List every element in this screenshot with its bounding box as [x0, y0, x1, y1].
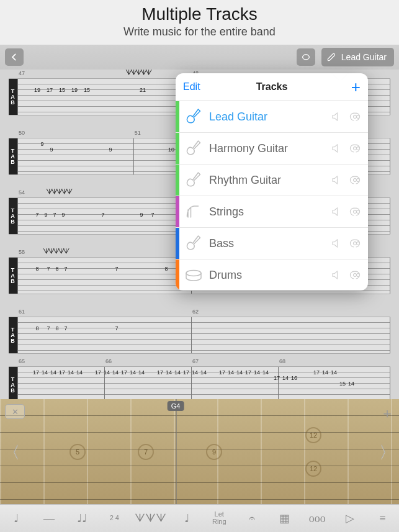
fret-number[interactable]: 10 — [168, 147, 175, 153]
tool-rest[interactable]: — — [37, 512, 61, 525]
fret-number[interactable]: 14 — [227, 370, 235, 376]
fretboard[interactable]: ✕ ＋ 〈 〉 5791212 G4 — [0, 399, 399, 505]
fret-number[interactable]: 9 — [49, 147, 53, 153]
solo-button[interactable] — [348, 268, 362, 282]
fret-number[interactable]: 14 — [174, 370, 181, 376]
fret-number[interactable]: 9 — [40, 142, 44, 147]
fret-number[interactable]: 7 — [35, 212, 39, 218]
tool-more[interactable]: ooo — [305, 512, 330, 525]
fret-number[interactable]: 15 — [339, 381, 346, 387]
mute-button[interactable] — [330, 205, 343, 219]
tool-play[interactable]: ▷ — [338, 512, 362, 525]
playhead[interactable] — [176, 399, 177, 505]
insert-button[interactable]: ＋ — [380, 404, 394, 423]
tool-let-ring[interactable]: LetRing — [207, 511, 231, 525]
fret-number[interactable]: 16 — [290, 376, 298, 381]
fret-number[interactable]: 19 — [34, 88, 41, 93]
fret-number[interactable]: 14 — [330, 370, 338, 376]
track-selector-button[interactable]: Lead Guitar — [321, 48, 394, 66]
fret-number[interactable]: 15 — [83, 88, 91, 93]
fret-number[interactable]: 14 — [112, 370, 119, 376]
solo-button[interactable] — [348, 110, 362, 124]
track-row[interactable]: Bass — [176, 228, 368, 259]
fret-number[interactable]: 14 — [347, 381, 355, 387]
fret-number[interactable]: 19 — [71, 88, 78, 93]
tool-tuplet[interactable]: ♩♩ — [69, 512, 94, 525]
loop-button[interactable] — [297, 48, 315, 66]
mute-button[interactable] — [330, 110, 343, 124]
fret-number[interactable]: 7 — [63, 266, 68, 272]
fret-number[interactable]: 15 — [58, 88, 66, 93]
fret-number[interactable]: 17 — [244, 370, 252, 376]
tool-chord[interactable]: ▦ — [272, 512, 297, 525]
solo-button[interactable] — [348, 142, 362, 155]
track-row[interactable]: Lead Guitar — [176, 101, 368, 133]
fret-number[interactable]: 14 — [129, 370, 137, 376]
fret-number[interactable]: 9 — [43, 212, 48, 218]
fret-number[interactable]: 8 — [164, 266, 168, 272]
close-fretboard-button[interactable]: ✕ — [5, 404, 25, 419]
fret-number[interactable]: 14 — [67, 370, 74, 376]
tool-time-sig[interactable]: 2 4 — [102, 515, 127, 522]
fret-number[interactable]: 17 — [182, 370, 190, 376]
fret-number[interactable]: 17 — [156, 370, 164, 376]
fret-number[interactable]: 7 — [114, 266, 119, 272]
back-button[interactable] — [5, 48, 24, 66]
fret-number[interactable]: 9 — [108, 147, 112, 153]
fret-number[interactable]: 14 — [41, 370, 48, 376]
fret-number[interactable]: 7 — [52, 212, 56, 218]
fret-number[interactable]: 17 — [120, 370, 128, 376]
prev-note-button[interactable]: 〈 — [4, 441, 20, 463]
fret-number[interactable]: 14 — [262, 370, 269, 376]
fret-number[interactable]: 7 — [101, 212, 105, 218]
fret-number[interactable]: 9 — [139, 212, 143, 218]
tool-note[interactable]: ♩ — [174, 512, 199, 525]
add-track-button[interactable]: + — [351, 79, 361, 95]
fret-number[interactable]: 9 — [61, 212, 65, 218]
fret-number[interactable]: 14 — [138, 370, 145, 376]
next-note-button[interactable]: 〉 — [379, 441, 395, 463]
fret-number[interactable]: 21 — [139, 88, 146, 93]
tool-tremolo[interactable]: ᗐᗐᗐ — [135, 512, 166, 525]
mute-button[interactable] — [330, 142, 343, 155]
tool-fermata[interactable]: 𝄐 — [240, 512, 264, 525]
fret-number[interactable]: 8 — [35, 266, 39, 272]
fret-number[interactable]: 7 — [46, 266, 50, 272]
track-row[interactable]: Rhythm Guitar — [176, 165, 368, 196]
mute-button[interactable] — [330, 268, 343, 282]
solo-button[interactable] — [348, 237, 362, 250]
solo-button[interactable] — [348, 205, 362, 219]
fret-number[interactable]: 8 — [55, 266, 59, 272]
fret-number[interactable]: 14 — [253, 370, 261, 376]
fret-number[interactable]: 8 — [55, 326, 59, 331]
fret-number[interactable]: 17 — [218, 370, 226, 376]
fret-number[interactable]: 17 — [313, 370, 320, 376]
fret-number[interactable]: 14 — [50, 370, 57, 376]
tab-staff[interactable]: TAB6566676817141417141417141417141417141… — [9, 366, 390, 404]
fret-number[interactable]: 14 — [191, 370, 199, 376]
edit-button[interactable]: Edit — [183, 81, 200, 92]
fret-number[interactable]: 7 — [114, 326, 119, 331]
track-row[interactable]: Harmony Guitar — [176, 133, 368, 165]
tool-duration[interactable]: ♩ — [4, 512, 29, 525]
solo-button[interactable] — [348, 173, 362, 187]
fret-number[interactable]: 8 — [35, 326, 39, 331]
fret-number[interactable]: 14 — [103, 370, 110, 376]
fret-number[interactable]: 14 — [236, 370, 243, 376]
fret-number[interactable]: 14 — [282, 376, 289, 381]
fret-number[interactable]: 17 — [32, 370, 40, 376]
fret-number[interactable]: 7 — [150, 212, 155, 218]
track-row[interactable]: Drums — [176, 259, 368, 291]
mute-button[interactable] — [330, 173, 343, 187]
fret-number[interactable]: 17 — [94, 370, 102, 376]
fret-number[interactable]: 17 — [273, 376, 280, 381]
fret-number[interactable]: 7 — [46, 326, 50, 331]
fret-number[interactable]: 17 — [46, 88, 53, 93]
fret-number[interactable]: 14 — [321, 370, 329, 376]
track-row[interactable]: Strings — [176, 196, 368, 228]
fret-number[interactable]: 7 — [63, 326, 68, 331]
tool-menu[interactable]: ≡ — [370, 512, 395, 525]
tab-staff[interactable]: TAB616287877 — [9, 317, 390, 354]
fret-number[interactable]: 14 — [200, 370, 207, 376]
fret-number[interactable]: 14 — [165, 370, 173, 376]
